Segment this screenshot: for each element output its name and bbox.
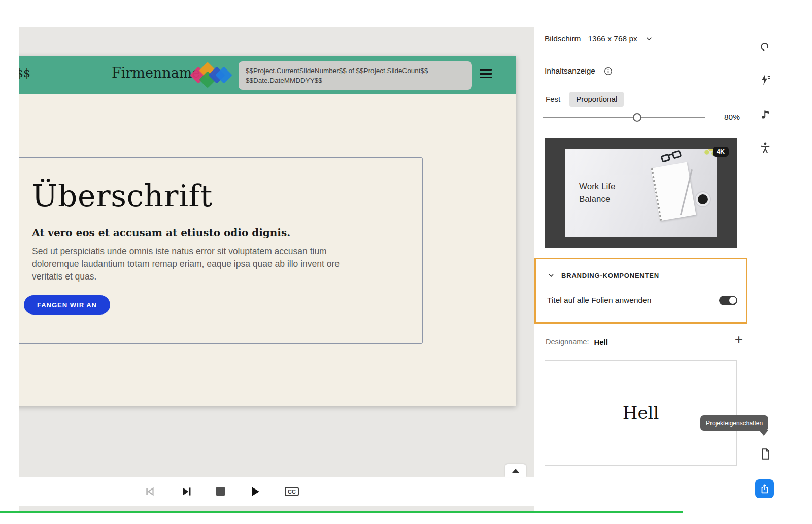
content-display-row: Inhaltsanzeige bbox=[545, 64, 613, 78]
body-line: doloremque laudantium totam remap eriam,… bbox=[32, 258, 402, 270]
editor-canvas: $$ Firmenname $$Project.CurrentSlideNumb… bbox=[19, 27, 534, 512]
video-still-image: Work Life Balance bbox=[565, 149, 717, 237]
add-design-button[interactable]: + bbox=[735, 333, 743, 347]
info-icon[interactable] bbox=[603, 66, 613, 76]
branding-section-header[interactable]: BRANDING-KOMPONENTEN bbox=[547, 271, 659, 280]
project-properties-tooltip: Projekteigenschaften bbox=[700, 415, 768, 431]
video-caption-line1: Work Life bbox=[579, 180, 616, 193]
body-line: Sed ut perspiciatis unde omnis iste natu… bbox=[32, 245, 402, 258]
slide-subheading[interactable]: At vero eos et accusam at etiusto odio d… bbox=[32, 227, 402, 239]
document-icon bbox=[759, 447, 772, 461]
design-preview-card[interactable]: Hell bbox=[545, 360, 737, 466]
slide-counter-line1: $$Project.CurrentSlideNumber$$ of $$Proj… bbox=[246, 66, 465, 76]
design-preview-text: Hell bbox=[623, 403, 659, 423]
step-forward-button[interactable] bbox=[180, 485, 193, 498]
design-name-row: Designname: Hell + bbox=[546, 334, 736, 350]
collapse-player-button[interactable] bbox=[505, 464, 526, 477]
lightning-icon bbox=[759, 73, 772, 86]
video-caption: Work Life Balance bbox=[579, 180, 616, 205]
screen-size-value: 1366 x 768 px bbox=[588, 34, 637, 43]
cc-icon: CC bbox=[285, 487, 299, 496]
step-forward-icon bbox=[180, 485, 193, 498]
app-window: $$ Firmenname $$Project.CurrentSlideNumb… bbox=[0, 0, 812, 524]
body-line: veritatis et quas. bbox=[32, 270, 402, 283]
fit-mode-switcher: Fest Proportional bbox=[545, 91, 624, 107]
slide-header-bar[interactable]: $$ Firmenname $$Project.CurrentSlideNumb… bbox=[19, 56, 516, 94]
apply-title-toggle[interactable] bbox=[719, 296, 737, 305]
zoom-slider-row: 80% bbox=[543, 111, 740, 124]
branding-section-title: BRANDING-KOMPONENTEN bbox=[561, 272, 659, 280]
company-logo[interactable] bbox=[190, 63, 233, 87]
apply-title-toggle-row: Titel auf alle Folien anwenden bbox=[547, 293, 737, 308]
zoom-percent-value: 80% bbox=[724, 113, 740, 122]
slide-heading[interactable]: Überschrift bbox=[32, 178, 402, 214]
video-preview[interactable]: Work Life Balance 4K bbox=[545, 138, 737, 248]
content-display-label: Inhaltsanzeige bbox=[545, 66, 595, 76]
company-name-text[interactable]: Firmenname bbox=[112, 65, 200, 81]
skip-back-icon bbox=[143, 485, 156, 498]
stop-icon bbox=[216, 487, 225, 496]
previous-slide-button[interactable] bbox=[143, 485, 156, 498]
playback-bar: CC bbox=[19, 477, 534, 506]
accessibility-person-icon bbox=[759, 141, 772, 154]
slide-preview[interactable]: $$ Firmenname $$Project.CurrentSlideNumb… bbox=[19, 56, 516, 406]
interactions-rail-button[interactable] bbox=[757, 72, 773, 88]
design-name-value: Hell bbox=[594, 338, 608, 346]
pointer-hook-icon bbox=[759, 40, 772, 53]
project-properties-rail-button[interactable] bbox=[757, 446, 773, 462]
play-button[interactable] bbox=[248, 485, 261, 498]
share-export-icon bbox=[759, 483, 770, 495]
bottom-accent-line bbox=[0, 511, 683, 513]
properties-panel: Bildschirm 1366 x 768 px Inhaltsanzeige … bbox=[534, 27, 749, 512]
notebook-graphic bbox=[651, 162, 696, 221]
coffee-cup-graphic bbox=[696, 192, 710, 206]
video-caption-line2: Balance bbox=[579, 193, 616, 205]
fit-option-fixed[interactable]: Fest bbox=[545, 92, 561, 107]
slide-menu-icon[interactable] bbox=[480, 69, 492, 80]
chevron-down-icon bbox=[547, 271, 555, 280]
branding-components-section: BRANDING-KOMPONENTEN Titel auf alle Foli… bbox=[534, 258, 747, 324]
slide-content-box[interactable]: Überschrift At vero eos et accusam at et… bbox=[19, 157, 423, 344]
4k-badge: 4K bbox=[713, 147, 729, 157]
right-icon-rail bbox=[749, 27, 782, 512]
zoom-slider-thumb[interactable] bbox=[633, 113, 641, 122]
zoom-slider-track[interactable] bbox=[543, 117, 705, 118]
screen-size-dropdown[interactable]: Bildschirm 1366 x 768 px bbox=[545, 31, 654, 46]
share-button[interactable] bbox=[755, 479, 774, 498]
playback-controls: CC bbox=[143, 477, 299, 506]
audio-rail-button[interactable] bbox=[757, 106, 773, 122]
stop-button[interactable] bbox=[216, 487, 225, 496]
screen-label: Bildschirm bbox=[545, 34, 581, 43]
music-note-icon bbox=[759, 108, 772, 121]
slide-counter-placeholder[interactable]: $$Project.CurrentSlideNumber$$ of $$Proj… bbox=[239, 61, 472, 90]
design-name-label: Designname: bbox=[546, 338, 589, 346]
chevron-up-icon bbox=[512, 469, 519, 473]
header-left-placeholder[interactable]: $$ bbox=[19, 67, 30, 80]
slide-body-text[interactable]: Sed ut perspiciatis unde omnis iste natu… bbox=[32, 245, 402, 283]
slide-cta-button[interactable]: FANGEN WIR AN bbox=[24, 295, 110, 315]
glasses-graphic bbox=[660, 150, 683, 164]
fit-option-proportional[interactable]: Proportional bbox=[569, 92, 624, 107]
play-icon bbox=[248, 485, 261, 498]
apply-title-toggle-label: Titel auf alle Folien anwenden bbox=[547, 296, 651, 305]
slide-counter-line2: $$Date.DateMMDDYY$$ bbox=[246, 76, 465, 85]
tooltip-arrow bbox=[759, 430, 768, 436]
properties-rail-button[interactable] bbox=[757, 38, 773, 54]
chevron-down-icon bbox=[645, 34, 654, 43]
closed-captions-button[interactable]: CC bbox=[285, 487, 299, 496]
accessibility-rail-button[interactable] bbox=[757, 139, 773, 156]
